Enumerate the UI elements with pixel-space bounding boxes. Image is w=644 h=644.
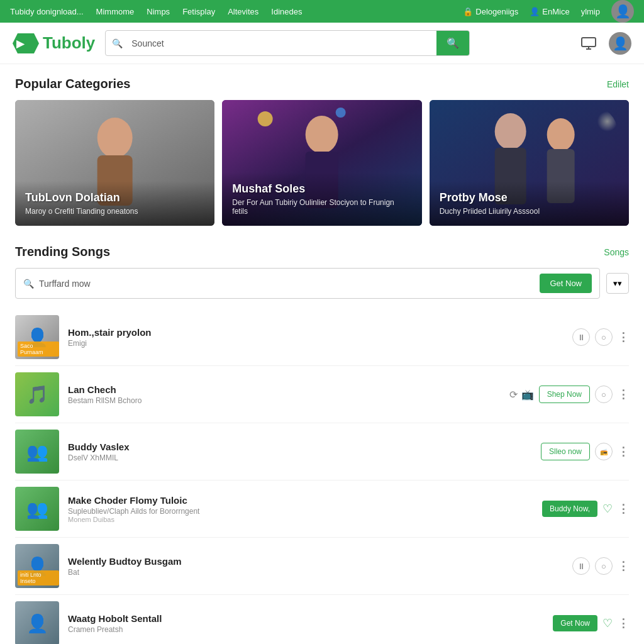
svg-point-6 xyxy=(97,118,133,158)
nav-enmice[interactable]: 👤 EnMice xyxy=(530,7,569,16)
song-badge-5: initi Lnto Inseto xyxy=(18,570,59,586)
svg-point-17 xyxy=(547,118,574,151)
svg-point-11 xyxy=(306,116,338,153)
nav-delogeniigs[interactable]: 🔒 Delogeniigs xyxy=(463,7,518,16)
top-navigation: Tubidy donignload... Mimmome Nimps Fetis… xyxy=(0,0,644,23)
song-subtitle-1: Emigi xyxy=(68,339,564,348)
category-desc-3: Duchy Priided Liiuirily Asssool xyxy=(440,207,619,216)
action-icons-2: ⟳ 📺 xyxy=(509,389,534,401)
song-subtitle-5: Bat xyxy=(68,568,564,577)
nav-avatar[interactable]: 👤 xyxy=(611,0,634,23)
song-thumb-bg-3: 👥 xyxy=(15,430,59,474)
song-title-6: Waatg Hobolt Sentall xyxy=(68,613,544,624)
categories-link[interactable]: Edilet xyxy=(607,79,629,89)
search-button[interactable]: 🔍 xyxy=(436,31,469,55)
heart-btn-4[interactable]: ♡ xyxy=(602,502,613,516)
more-btn-4[interactable]: ⋮ xyxy=(618,502,629,516)
song-subtitle-3: DselV XhMMIL xyxy=(68,453,532,462)
circle-icon-btn-1[interactable]: ○ xyxy=(595,328,613,346)
song-thumb-1: 👤 Saco Purnaam xyxy=(15,315,59,359)
song-thumb-4: 👥 xyxy=(15,487,59,531)
buddy-now-button-4[interactable]: Buddy Now, xyxy=(542,501,597,517)
circle-icon-btn-2[interactable]: ○ xyxy=(595,386,613,403)
category-overlay-1: TubLovn Dolatian Maroy o Crefiti Tiandin… xyxy=(15,181,214,226)
svg-rect-2 xyxy=(582,38,596,47)
pause-icon-btn-5[interactable]: ⏸ xyxy=(572,557,590,575)
song-actions-4: Buddy Now, ♡ ⋮ xyxy=(542,501,629,517)
song-badge-1: Saco Purnaam xyxy=(18,341,59,357)
person-icon: 👤 xyxy=(530,7,540,16)
logo[interactable]: ▶ Tuboly xyxy=(13,32,95,55)
category-overlay-2: Mushaf Soles Der For Aun Tubiriy Oulinli… xyxy=(222,172,421,226)
song-thumb-bg-6: 👤 xyxy=(15,601,59,644)
heart-btn-6[interactable]: ♡ xyxy=(602,616,613,630)
trending-search-icon: 🔍 xyxy=(23,279,34,289)
song-thumb-bg-2: 🎵 xyxy=(15,372,59,416)
song-info-2: Lan Chech Bestam RllSM Bchoro xyxy=(68,384,501,405)
more-btn-2[interactable]: ⋮ xyxy=(618,387,629,401)
user-avatar: 👤 xyxy=(611,0,634,23)
pause-icon-btn-1[interactable]: ⏸ xyxy=(572,328,590,346)
category-name-3: Protby Mose xyxy=(440,191,619,204)
sort-dropdown[interactable]: ▾▾ xyxy=(606,273,629,294)
category-desc-1: Maroy o Crefiti Tianding oneatons xyxy=(25,207,204,216)
chevron-down-icon: ▾▾ xyxy=(613,279,622,288)
lock-icon: 🔒 xyxy=(463,7,473,16)
song-info-4: Make Choder Flomy Tuloic Supleubliev/Cla… xyxy=(68,495,533,523)
song-actions-6: Get Now ♡ ⋮ xyxy=(553,615,629,631)
svg-point-14 xyxy=(567,106,617,157)
slleo-now-button-3[interactable]: Slleo now xyxy=(541,443,590,460)
search-bar: 🔍 🔍 xyxy=(105,30,470,56)
recycle-icon-2[interactable]: ⟳ xyxy=(509,389,518,401)
nav-item-nimps[interactable]: Nimps xyxy=(147,7,170,16)
song-title-1: Hom.,stair pryolon xyxy=(68,327,564,338)
popular-categories-section: Popular Categories Edilet xyxy=(15,77,629,226)
more-btn-5[interactable]: ⋮ xyxy=(618,559,629,573)
nav-item-fetisplay[interactable]: Fetisplay xyxy=(182,7,215,16)
trending-search-input[interactable] xyxy=(39,279,535,289)
more-btn-1[interactable]: ⋮ xyxy=(618,330,629,344)
song-item-1: 👤 Saco Purnaam Hom.,stair pryolon Emigi … xyxy=(15,309,629,366)
get-now-button-6[interactable]: Get Now xyxy=(553,615,597,631)
logo-text: Tuboly xyxy=(43,33,95,53)
categories-title: Popular Categories xyxy=(15,77,130,91)
song-actions-5: ⏸ ○ ⋮ xyxy=(572,557,629,575)
song-thumb-bg-4: 👥 xyxy=(15,487,59,531)
monitor-icon-2[interactable]: 📺 xyxy=(521,389,534,401)
more-btn-6[interactable]: ⋮ xyxy=(618,616,629,630)
song-subtitle-4: Supleubliev/Claph Ailds for Bororrngent xyxy=(68,507,533,516)
song-item-6: 👤 Waatg Hobolt Sentall Cramen Preatsh Ge… xyxy=(15,595,629,644)
nav-ylmip[interactable]: ylmip xyxy=(581,7,600,16)
shop-now-button-2[interactable]: Shep Now xyxy=(539,386,590,403)
get-now-button-search[interactable]: Get Now xyxy=(540,274,592,293)
category-card-3[interactable]: Protby Mose Duchy Priided Liiuirily Asss… xyxy=(430,100,629,226)
header-avatar[interactable]: 👤 xyxy=(609,32,631,55)
trending-songs-section: Trending Songs Songs 🔍 Get Now ▾▾ 👤 Saco… xyxy=(15,245,629,644)
song-thumb-2: 🎵 xyxy=(15,372,59,416)
svg-point-9 xyxy=(258,111,273,126)
search-input[interactable] xyxy=(123,32,436,55)
song-thumb-5: 👤 initi Lnto Inseto xyxy=(15,544,59,588)
monitor-icon[interactable] xyxy=(577,32,600,55)
svg-point-10 xyxy=(336,108,346,118)
nav-item-download[interactable]: Tubidy donignload... xyxy=(10,7,84,16)
songs-link[interactable]: Songs xyxy=(604,247,629,257)
category-card-2[interactable]: Mushaf Soles Der For Aun Tubiriy Oulinli… xyxy=(222,100,421,226)
song-item-2: 🎵 Lan Chech Bestam RllSM Bchoro ⟳ 📺 Shep… xyxy=(15,366,629,423)
radio-icon-btn-3[interactable]: 📻 xyxy=(595,443,613,460)
category-name-2: Mushaf Soles xyxy=(232,182,411,196)
nav-item-mimmome[interactable]: Mimmome xyxy=(96,7,135,16)
category-overlay-3: Protby Mose Duchy Priided Liiuirily Asss… xyxy=(430,181,629,226)
svg-point-15 xyxy=(494,113,526,150)
nav-item-idinedes[interactable]: Idinedes xyxy=(271,7,302,16)
more-btn-3[interactable]: ⋮ xyxy=(618,445,629,458)
song-item-5: 👤 initi Lnto Inseto Welently Budtoy Busg… xyxy=(15,538,629,595)
svg-text:▶: ▶ xyxy=(16,38,25,49)
header-icons: 👤 xyxy=(577,32,631,55)
category-card-1[interactable]: TubLovn Dolatian Maroy o Crefiti Tiandin… xyxy=(15,100,214,226)
circle-icon-btn-5[interactable]: ○ xyxy=(595,557,613,575)
song-item-3: 👥 Buddy Vaslex DselV XhMMIL Slleo now 📻 … xyxy=(15,423,629,480)
nav-item-altevites[interactable]: Altevites xyxy=(228,7,258,16)
trending-search-row: 🔍 Get Now ▾▾ xyxy=(15,268,629,299)
song-title-5: Welently Budtoy Busgam xyxy=(68,556,564,567)
